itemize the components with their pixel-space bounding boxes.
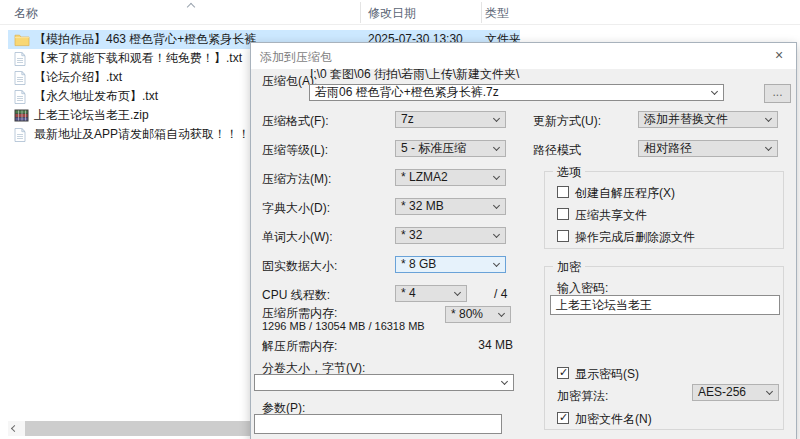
archive-name-value: 若雨06 橙色背心+橙色紧身长裤.7z: [315, 85, 499, 99]
password-input[interactable]: 上老王论坛当老王: [550, 295, 780, 315]
dictionary-value: * 32 MB: [401, 199, 444, 213]
format-value: 7z: [401, 112, 414, 126]
checkbox-compress-shared[interactable]: [557, 208, 569, 220]
dialog-title: 添加到压缩包: [260, 49, 332, 66]
encrypt-names-label: 加密文件名(N): [575, 411, 652, 428]
file-name: 【论坛介绍】.txt: [34, 68, 122, 87]
checkbox-delete-after[interactable]: [557, 230, 569, 242]
volume-size-combobox[interactable]: [254, 374, 514, 391]
archive-path: I:\0 套图\06 街拍\若雨\上传\新建文件夹\: [310, 66, 519, 83]
zip-file-icon: [14, 109, 30, 123]
encryption-algo-select[interactable]: AES-256: [692, 384, 779, 401]
update-mode-select[interactable]: 添加并替换文件: [638, 111, 778, 128]
column-header-date[interactable]: 修改日期: [368, 5, 416, 22]
browse-button[interactable]: ...: [764, 84, 791, 103]
file-name: 【来了就能下载和观看！纯免费！】.txt: [34, 49, 242, 68]
cpu-threads-value: * 4: [401, 286, 416, 300]
text-file-icon: [14, 52, 30, 66]
column-header-row: 名称 修改日期 类型: [0, 0, 800, 25]
column-header-name[interactable]: 名称: [14, 5, 38, 22]
text-file-icon: [14, 71, 30, 85]
add-to-archive-dialog: 添加到压缩包 × 压缩包(A): I:\0 套图\06 街拍\若雨\上传\新建文…: [250, 42, 797, 439]
chevron-down-icon: [454, 289, 461, 296]
format-select[interactable]: 7z: [395, 111, 506, 128]
decompress-memory-label: 解压所需内存:: [262, 338, 337, 355]
path-mode-value: 相对路径: [644, 141, 692, 155]
checkbox-encrypt-names[interactable]: [557, 412, 569, 424]
cpu-threads-label: CPU 线程数:: [262, 287, 330, 304]
method-label: 压缩方法(M):: [262, 171, 331, 188]
chevron-down-icon: [711, 88, 718, 95]
word-size-label: 单词大小(W):: [262, 229, 333, 246]
solid-block-label: 固实数据大小:: [262, 258, 337, 275]
chevron-down-icon: [765, 115, 772, 122]
memory-usage-detail: 1296 MB / 13054 MB / 16318 MB: [262, 320, 425, 332]
create-sfx-label: 创建自解压程序(X): [575, 185, 675, 202]
chevron-down-icon: [493, 202, 500, 209]
level-label: 压缩等级(L):: [262, 142, 328, 159]
method-select[interactable]: * LZMA2: [395, 169, 506, 186]
update-mode-value: 添加并替换文件: [644, 112, 728, 126]
delete-after-label: 操作完成后删除源文件: [575, 229, 695, 246]
scrollbar-thumb[interactable]: [25, 421, 250, 436]
word-size-value: * 32: [401, 228, 422, 242]
chevron-down-icon: [493, 173, 500, 180]
chevron-down-icon: [493, 144, 500, 151]
encryption-group-title: 加密: [553, 259, 585, 276]
file-name: 【模拍作品】463 橙色背心+橙色紧身长裤: [34, 30, 256, 49]
chevron-down-icon: [765, 144, 772, 151]
level-value: 5 - 标准压缩: [401, 141, 466, 155]
cpu-threads-total: / 4: [494, 287, 507, 301]
path-mode-label: 路径模式: [533, 142, 581, 159]
horizontal-scrollbar[interactable]: [8, 421, 250, 436]
file-name: 最新地址及APP请发邮箱自动获取！！！.txt: [34, 125, 266, 144]
solid-block-value: * 8 GB: [401, 257, 436, 271]
file-name: 【永久地址发布页】.txt: [34, 87, 158, 106]
parameters-input[interactable]: [254, 414, 502, 434]
format-label: 压缩格式(F):: [262, 113, 329, 130]
column-divider[interactable]: [481, 2, 482, 23]
memory-percent-select[interactable]: * 80%: [445, 306, 511, 323]
dictionary-label: 字典大小(D):: [262, 200, 330, 217]
show-password-label: 显示密码(S): [575, 366, 639, 383]
archive-name-combobox[interactable]: 若雨06 橙色背心+橙色紧身长裤.7z: [309, 84, 724, 101]
path-mode-select[interactable]: 相对路径: [638, 140, 778, 157]
level-select[interactable]: 5 - 标准压缩: [395, 140, 506, 157]
checkbox-show-password[interactable]: [557, 367, 569, 379]
chevron-down-icon: [493, 115, 500, 122]
options-group-title: 选项: [553, 164, 585, 181]
chevron-down-icon: [493, 231, 500, 238]
method-value: * LZMA2: [401, 170, 448, 184]
close-button[interactable]: ×: [762, 43, 796, 69]
chevron-down-icon: [766, 388, 773, 395]
memory-percent-value: * 80%: [451, 307, 483, 321]
chevron-down-icon: [498, 310, 505, 317]
options-group: 选项 创建自解压程序(X) 压缩共享文件 操作完成后删除源文件: [544, 171, 784, 249]
decompress-memory-value: 34 MB: [451, 338, 513, 352]
dictionary-select[interactable]: * 32 MB: [395, 198, 506, 215]
text-file-icon: [14, 90, 30, 104]
encryption-group: 加密 输入密码: 上老王论坛当老王 显示密码(S) 加密算法: AES-256 …: [544, 266, 784, 430]
scroll-left-icon[interactable]: [11, 425, 18, 432]
sort-ascending-icon: [187, 3, 195, 11]
column-header-type[interactable]: 类型: [485, 5, 509, 22]
chevron-down-icon: [501, 378, 508, 385]
cpu-threads-select[interactable]: * 4: [395, 285, 467, 302]
word-size-select[interactable]: * 32: [395, 227, 506, 244]
compress-shared-label: 压缩共享文件: [575, 207, 647, 224]
encryption-algo-value: AES-256: [698, 385, 746, 399]
encryption-algo-label: 加密算法:: [557, 388, 608, 405]
text-file-icon: [14, 128, 30, 142]
update-mode-label: 更新方式(U):: [533, 113, 601, 130]
file-name: 上老王论坛当老王.zip: [34, 106, 149, 125]
solid-block-select[interactable]: * 8 GB: [395, 256, 506, 273]
close-icon: ×: [775, 47, 783, 63]
folder-icon: [14, 33, 30, 47]
checkbox-create-sfx[interactable]: [557, 186, 569, 198]
column-divider[interactable]: [360, 2, 361, 23]
chevron-down-icon: [493, 260, 500, 267]
